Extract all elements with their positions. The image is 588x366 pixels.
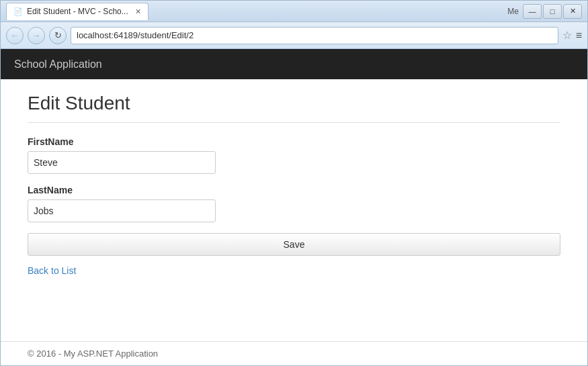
browser-menu-icon[interactable]: ≡ bbox=[576, 30, 582, 42]
browser-window: 📄 Edit Student - MVC - Scho... ✕ Me — □ … bbox=[0, 0, 588, 366]
address-bar: ← → ↻ localhost:64189/student/Edit/2 ☆ ≡ bbox=[1, 22, 587, 49]
bookmark-icon[interactable]: ☆ bbox=[562, 29, 572, 42]
lastname-group: LastName bbox=[28, 185, 560, 222]
close-button[interactable]: ✕ bbox=[563, 4, 582, 19]
save-button[interactable]: Save bbox=[28, 233, 560, 256]
main-content: Edit Student FirstName LastName Save Bac… bbox=[1, 79, 587, 341]
page-content: School Application Edit Student FirstNam… bbox=[1, 49, 587, 365]
firstname-group: FirstName bbox=[28, 136, 560, 174]
minimize-button[interactable]: — bbox=[523, 4, 542, 19]
footer-text: © 2016 - My ASP.NET Application bbox=[28, 349, 158, 359]
forward-button[interactable]: → bbox=[28, 27, 45, 44]
navbar: School Application bbox=[1, 49, 587, 79]
firstname-label: FirstName bbox=[28, 136, 560, 147]
lastname-input[interactable] bbox=[28, 199, 216, 222]
address-right-controls: ☆ ≡ bbox=[562, 29, 582, 42]
title-bar: 📄 Edit Student - MVC - Scho... ✕ Me — □ … bbox=[1, 1, 587, 22]
refresh-button[interactable]: ↻ bbox=[49, 27, 67, 44]
tab-page-icon: 📄 bbox=[13, 7, 23, 16]
tab-title: Edit Student - MVC - Scho... bbox=[27, 7, 128, 16]
back-to-list-link[interactable]: Back to List bbox=[28, 265, 560, 276]
navbar-brand[interactable]: School Application bbox=[14, 58, 102, 71]
maximize-button[interactable]: □ bbox=[543, 4, 562, 19]
footer: © 2016 - My ASP.NET Application bbox=[1, 341, 587, 365]
window-controls: Me — □ ✕ bbox=[507, 4, 582, 19]
me-label: Me bbox=[507, 7, 519, 16]
back-button[interactable]: ← bbox=[6, 27, 24, 44]
url-bar[interactable]: localhost:64189/student/Edit/2 bbox=[71, 27, 558, 44]
heading-divider bbox=[28, 122, 560, 123]
page-title: Edit Student bbox=[28, 93, 560, 114]
firstname-input[interactable] bbox=[28, 151, 216, 174]
lastname-label: LastName bbox=[28, 185, 560, 195]
browser-tab[interactable]: 📄 Edit Student - MVC - Scho... ✕ bbox=[6, 3, 149, 20]
url-text: localhost:64189/student/Edit/2 bbox=[77, 30, 194, 40]
tab-close-icon[interactable]: ✕ bbox=[135, 7, 141, 16]
